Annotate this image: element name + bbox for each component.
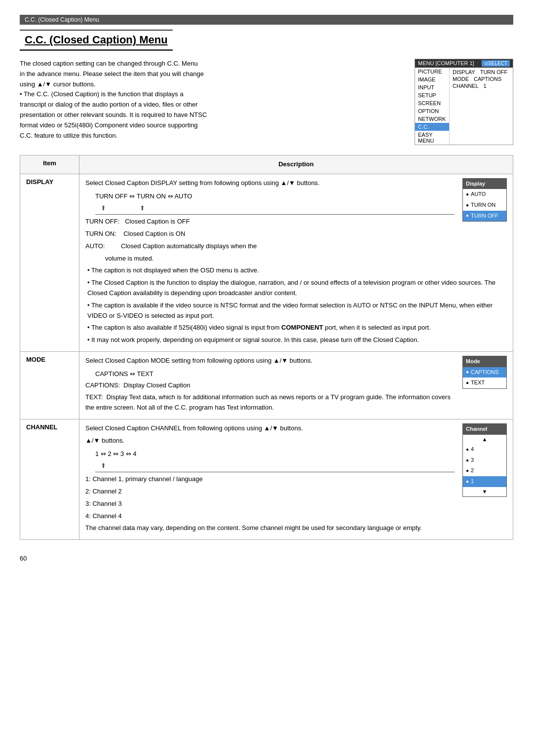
channel-3-label: 3: Channel 3 [85,499,507,509]
channel-widget-header: Channel [463,424,506,435]
display-widget-header: Display [463,179,506,189]
menu-item-screen: SCREEN [415,99,449,107]
page-number: 60 [20,555,513,562]
mode-captions-label: CAPTIONS: Display Closed Caption [85,380,507,391]
menu-body: PICTURE IMAGE INPUT SETUP SCREEN OPTION … [415,68,513,145]
display-option-auto: ● AUTO [463,189,506,200]
channel-note: The channel data may vary, depending on … [85,523,507,533]
menu-item-network: NETWORK [415,115,449,123]
display-widget: Display ● AUTO ● TURN ON ● TURN OFF [462,178,507,222]
menu-left: PICTURE IMAGE INPUT SETUP SCREEN OPTION … [415,68,450,145]
display-auto-label2: volume is muted. [105,254,507,264]
channel-option-2: ● 2 [463,465,506,476]
menu-right-row-display: DISPLAYTURN OFF [453,69,510,76]
channel-arrow-down: ▼ [463,487,506,497]
item-mode: MODE [20,351,79,419]
table-row-mode: MODE Mode ● CAPTIONS ● TEXT Select Close… [20,351,513,419]
item-channel: CHANNEL [20,419,79,539]
channel-widget: Channel ▲ ● 4 ● 3 ● 2 ● 1 ▼ [462,423,507,497]
desc-display: Display ● AUTO ● TURN ON ● TURN OFF Sele… [79,174,513,351]
table-row-display: DISPLAY Display ● AUTO ● TURN ON ● TURN … [20,174,513,351]
page-title: C.C. (Closed Caption) Menu [20,30,173,51]
display-bullet2: • The Closed Caption is the function to … [87,278,507,299]
mode-option-captions: ● CAPTIONS [463,367,506,378]
channel-4-label: 4: Channel 4 [85,511,507,522]
channel-arrow: ⬆︎ [95,461,507,472]
channel-arrow-up: ▲ [463,435,506,445]
mode-widget: Mode ● CAPTIONS ● TEXT [462,356,507,389]
menu-header: MENU [COMPUTER 1] ⊙SELECT [415,59,513,68]
display-bullet4: • The caption is also available if 525i(… [87,323,507,333]
mode-option-text: ● TEXT [463,378,506,388]
desc-channel: Channel ▲ ● 4 ● 3 ● 2 ● 1 ▼ [79,419,513,539]
menu-item-input: INPUT [415,83,449,91]
display-intro: Select Closed Caption DISPLAY setting fr… [85,178,507,189]
menu-item-image: IMAGE [415,76,449,83]
menu-right-row-channel: CHANNEL1 [453,82,510,89]
channel-option-3: ● 3 [463,455,506,466]
display-auto-label: AUTO: Closed Caption automatically displ… [85,242,257,250]
display-turnon-label: TURN ON: Closed Caption is ON [85,230,185,237]
display-turnoff-label: TURN OFF: Closed Caption is OFF [85,218,190,225]
table-row-channel: CHANNEL Channel ▲ ● 4 ● 3 ● 2 [20,419,513,539]
breadcrumb: C.C. (Closed Caption) Menu [20,15,513,25]
menu-item-picture: PICTURE [415,68,449,76]
display-arrow: ⬆︎ ⬆︎ [95,203,507,215]
channel-intro: Select Closed Caption CHANNEL from follo… [85,423,507,434]
menu-item-setup: SETUP [415,91,449,99]
menu-screenshot: MENU [COMPUTER 1] ⊙SELECT PICTURE IMAGE … [415,59,513,145]
col-desc-header: Description [79,155,513,174]
channel-buttons-label: ▲/▼ buttons. [85,436,507,446]
item-display: DISPLAY [20,174,79,351]
display-bullet1: • The caption is not displayed when the … [87,265,507,276]
channel-1-label: 1: Channel 1, primary channel / language [85,474,507,485]
main-table: Item Description DISPLAY Display ● AUTO … [20,155,513,540]
menu-right-row-mode: MODECAPTIONS [453,76,510,82]
intro-text: The closed caption setting can be change… [20,59,405,145]
channel-2-label: 2: Channel 2 [85,487,507,497]
mode-turn-line: CAPTIONS ⇔ TEXT [95,369,507,379]
display-bullet5: • It may not work properly, depending on… [87,335,507,345]
display-option-turnoff: ● TURN OFF [463,211,506,222]
channel-option-1: ● 1 [463,476,506,487]
channel-option-4: ● 4 [463,444,506,455]
menu-item-easy-menu: EASY MENU [415,131,449,145]
display-option-turnon: ● TURN ON [463,200,506,211]
desc-mode: Mode ● CAPTIONS ● TEXT Select Closed Cap… [79,351,513,419]
channel-turn-line: 1 ⇔ 2 ⇔ 3 ⇔ 4 [95,449,507,459]
intro-section: The closed caption setting can be change… [20,59,513,145]
mode-text-label: TEXT: Display Text data, which is for ad… [85,392,507,413]
breadcrumb-label: C.C. (Closed Caption) Menu [25,16,99,23]
display-turn-line: TURN OFF ⇔ TURN ON ⇔ AUTO [95,191,507,202]
display-bullet3: • The caption is available if the video … [87,301,507,321]
menu-item-cc: C.C. [415,123,449,131]
mode-widget-header: Mode [463,356,506,367]
col-item-header: Item [20,155,79,174]
menu-right: DISPLAYTURN OFF MODECAPTIONS CHANNEL1 [450,68,513,145]
mode-intro: Select Closed Caption MODE setting from … [85,356,507,366]
menu-item-option: OPTION [415,107,449,115]
